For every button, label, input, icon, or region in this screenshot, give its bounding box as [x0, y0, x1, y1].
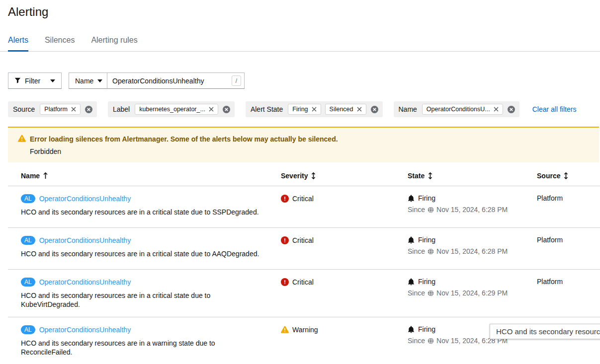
- filter-toolbar: Filter Name /: [8, 73, 600, 89]
- column-header-severity[interactable]: Severity: [281, 172, 408, 180]
- sort-ascending-icon: [43, 172, 48, 179]
- tab-alerts[interactable]: Alerts: [8, 36, 28, 51]
- alert-source: Platform: [537, 194, 600, 217]
- bell-icon: [408, 278, 415, 286]
- filter-funnel-icon: [14, 77, 21, 84]
- globe-icon: [428, 207, 434, 213]
- state-label: Firing: [418, 194, 435, 202]
- column-header-source[interactable]: Source: [537, 172, 600, 180]
- name-filter-group: Name /: [69, 73, 245, 89]
- since-timestamp: Nov 15, 2024, 6:29 PM: [436, 289, 508, 297]
- chip-remove-button[interactable]: [494, 107, 499, 112]
- since-timestamp: Nov 15, 2024, 6:28 PM: [436, 247, 508, 255]
- filter-type-dropdown[interactable]: Name: [69, 73, 107, 89]
- alert-source: Platform: [537, 278, 600, 309]
- sort-both-icon: [564, 172, 568, 179]
- chip-group-label: Label: [113, 105, 130, 113]
- table-row: AL OperatorConditionsUnhealthy HCO and i…: [8, 186, 600, 228]
- table-row: AL OperatorConditionsUnhealthy HCO and i…: [8, 228, 600, 270]
- filter-chip: OperatorConditionsU...: [422, 104, 503, 115]
- slash-shortcut-hint: /: [232, 75, 241, 86]
- since-timestamp: Nov 15, 2024, 6:28 PM: [436, 206, 508, 214]
- chip-remove-button[interactable]: [209, 107, 214, 112]
- chip-group-remove-button[interactable]: [85, 105, 93, 114]
- active-filters-row: Source Platform Label kubernetes_operato…: [8, 101, 592, 117]
- chip-remove-button[interactable]: [71, 107, 76, 112]
- alert-name-link[interactable]: OperatorConditionsUnhealthy: [39, 326, 131, 334]
- warning-alert-banner: Error loading silences from Alertmanager…: [8, 127, 599, 162]
- severity-label: Critical: [292, 278, 314, 286]
- severity-cell: ! Critical: [281, 236, 408, 258]
- since-label: Since: [408, 206, 425, 214]
- filter-chip-group: Source Platform: [8, 101, 97, 117]
- chip-group-label: Source: [13, 105, 35, 113]
- sort-both-icon: [428, 172, 432, 179]
- severity-label: Warning: [292, 326, 318, 334]
- alert-resource-badge: AL: [21, 236, 35, 245]
- alert-resource-badge: AL: [21, 194, 35, 203]
- alert-resource-badge: AL: [21, 278, 35, 287]
- severity-label: Critical: [292, 236, 314, 244]
- state-label: Firing: [418, 278, 435, 286]
- state-cell: Firing Since Nov 15, 2024, 6:28 PM: [408, 194, 537, 217]
- chip-remove-button[interactable]: [357, 107, 362, 112]
- warning-icon: [281, 326, 289, 333]
- critical-icon: !: [281, 236, 289, 244]
- table-header-row: Name Severity State Source: [8, 165, 600, 186]
- tab-silences[interactable]: Silences: [45, 36, 75, 51]
- filter-chip: Firing: [288, 104, 321, 115]
- column-header-name[interactable]: Name: [21, 172, 281, 180]
- clear-all-filters-link[interactable]: Clear all filters: [532, 105, 577, 113]
- filter-dropdown[interactable]: Filter: [8, 73, 62, 89]
- critical-icon: !: [281, 195, 289, 203]
- globe-icon: [428, 248, 434, 255]
- alert-description: HCO and its secondary resources are in a…: [21, 249, 265, 258]
- tab-alerting-rules[interactable]: Alerting rules: [91, 36, 137, 51]
- bell-icon: [408, 326, 415, 333]
- banner-description: Forbidden: [30, 147, 591, 155]
- state-label: Firing: [418, 325, 435, 333]
- description-tooltip: HCO and its secondary resources: [490, 324, 600, 339]
- severity-cell: ! Critical: [281, 194, 408, 217]
- chevron-down-icon: [50, 79, 55, 82]
- filter-chip: Platform: [40, 104, 81, 115]
- chip-group-remove-button[interactable]: [370, 105, 379, 114]
- chip-group-label: Alert State: [251, 105, 283, 113]
- chip-group-remove-button[interactable]: [222, 105, 231, 114]
- alert-name-link[interactable]: OperatorConditionsUnhealthy: [39, 278, 131, 286]
- chip-group-remove-button[interactable]: [507, 105, 515, 114]
- filter-chip-group: Name OperatorConditionsU...: [394, 101, 519, 117]
- state-label: Firing: [418, 236, 435, 244]
- filter-chip-group: Alert State Firing Silenced: [246, 101, 383, 117]
- alert-name-link[interactable]: OperatorConditionsUnhealthy: [39, 236, 131, 244]
- alert-source: Platform: [537, 236, 600, 258]
- alert-description: HCO and its secondary resources are in a…: [21, 291, 265, 309]
- filter-dropdown-label: Filter: [25, 77, 40, 85]
- page-title: Alerting: [8, 5, 592, 19]
- alert-name-link[interactable]: OperatorConditionsUnhealthy: [39, 195, 131, 203]
- alert-resource-badge: AL: [21, 325, 35, 334]
- alert-description: HCO and its secondary resources are in a…: [21, 208, 265, 217]
- warning-icon: [18, 135, 26, 142]
- filter-chip-group: Label kubernetes_operator_...: [108, 101, 235, 117]
- table-row: AL OperatorConditionsUnhealthy HCO and i…: [8, 270, 600, 317]
- sort-both-icon: [311, 172, 316, 179]
- state-cell: Firing Since Nov 15, 2024, 6:28 PM: [408, 236, 537, 258]
- name-search-input[interactable]: [107, 73, 245, 89]
- filter-chip: Silenced: [325, 104, 366, 115]
- globe-icon: [428, 290, 434, 296]
- filter-type-label: Name: [75, 77, 93, 85]
- tab-bar: Alerts Silences Alerting rules: [0, 36, 600, 52]
- since-label: Since: [408, 247, 425, 255]
- severity-cell: ! Critical: [281, 278, 408, 309]
- banner-title: Error loading silences from Alertmanager…: [30, 135, 338, 144]
- column-header-state[interactable]: State: [408, 172, 537, 180]
- alert-description: HCO and its secondary resources are in a…: [21, 339, 265, 357]
- severity-cell: ! Warning: [281, 325, 408, 357]
- chip-remove-button[interactable]: [312, 107, 317, 112]
- since-label: Since: [408, 289, 425, 297]
- severity-label: Critical: [292, 195, 314, 203]
- state-cell: Firing Since Nov 15, 2024, 6:29 PM: [408, 278, 537, 309]
- since-label: Since: [408, 337, 425, 345]
- bell-icon: [408, 236, 415, 244]
